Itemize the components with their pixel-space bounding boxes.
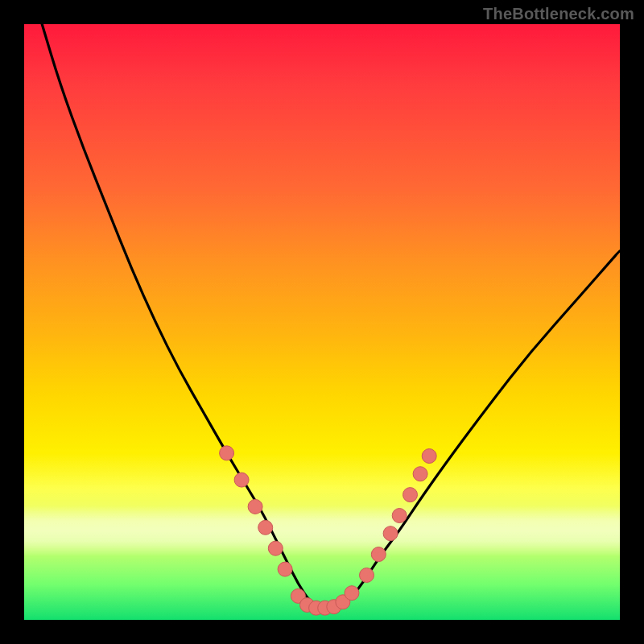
curve-marker <box>383 526 398 541</box>
curve-marker <box>422 449 436 464</box>
curve-marker <box>360 568 374 583</box>
curve-markers <box>220 446 437 615</box>
plot-area <box>24 24 620 620</box>
curve-marker <box>413 467 427 481</box>
curve-marker <box>403 488 418 502</box>
watermark-text: TheBottleneck.com <box>483 5 634 23</box>
curve-marker <box>345 586 359 601</box>
curve-marker <box>220 446 234 460</box>
curve-marker <box>278 562 292 576</box>
curve-marker <box>371 547 386 562</box>
bottleneck-curve <box>42 24 620 608</box>
curve-marker <box>248 499 262 514</box>
curve-layer <box>24 24 620 620</box>
curve-marker <box>268 541 283 555</box>
curve-marker <box>392 509 407 523</box>
curve-marker <box>234 473 249 487</box>
chart-frame: TheBottleneck.com <box>0 0 644 644</box>
curve-marker <box>258 520 273 535</box>
